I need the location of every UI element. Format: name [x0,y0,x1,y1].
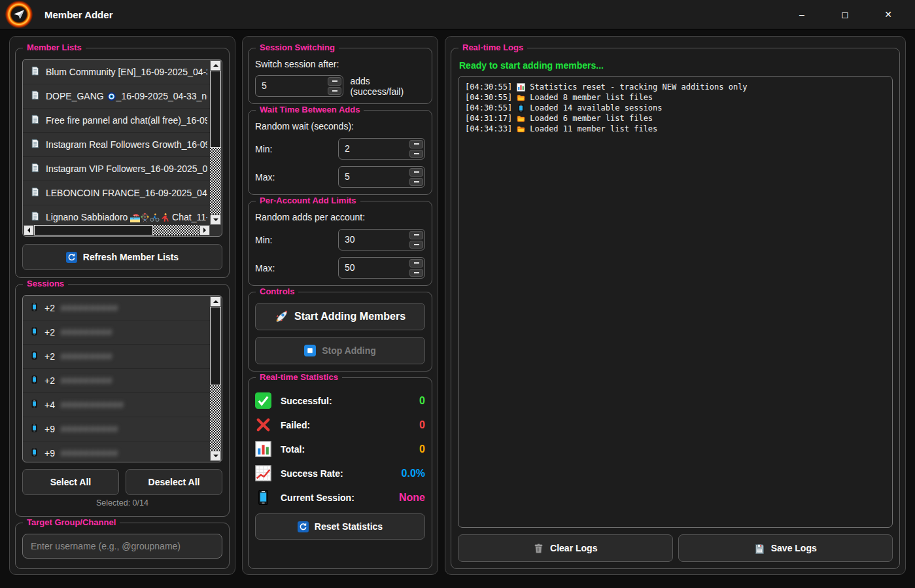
limits-max-spinner[interactable]: 50 [338,257,425,279]
member-list-item[interactable]: DOPE_GANG _16-09-2025_04-33_none.csv [23,84,210,109]
document-icon [30,186,40,199]
phone-icon [30,398,39,411]
log-timestamp: [04:30:55] [465,103,512,113]
random-adds-label: Random adds per account: [255,212,425,222]
spinner-up-button[interactable] [409,168,423,177]
limits-min-value[interactable]: 30 [339,230,408,250]
scroll-right-button[interactable] [199,225,210,235]
member-list-item[interactable]: Blum Community [EN]_16-09-2025_04-34_non… [23,60,210,84]
logs-status-text: Ready to start adding members... [459,60,893,71]
scrollbar-thumb[interactable] [210,307,221,385]
deselect-all-button[interactable]: Deselect All [126,469,222,495]
wait-max-value[interactable]: 5 [339,167,408,187]
stop-adding-button[interactable]: Stop Adding [255,337,425,364]
save-icon [754,543,765,554]
log-text: Loaded 14 available sessions [530,103,662,113]
logs-panel: Real-time Logs Ready to start adding mem… [445,36,906,575]
deselect-all-label: Deselect All [148,477,200,487]
clear-logs-button[interactable]: Clear Logs [458,534,673,562]
log-line: [04:30:55]Loaded 14 available sessions [465,103,886,113]
spinner-up-button[interactable] [409,140,423,148]
spinner-up-button[interactable] [409,231,423,239]
settings-panel: Session Switching Switch session after: … [242,36,438,575]
limits-min-spinner[interactable]: 30 [338,229,425,251]
session-item[interactable]: +2######### [23,369,210,393]
wait-max-label: Max: [255,172,338,182]
reset-statistics-label: Reset Statistics [315,521,383,532]
session-switching-title: Session Switching [256,43,339,52]
target-username-input[interactable] [22,534,222,559]
member-lists-horizontal-scrollbar[interactable] [24,225,210,235]
member-list-item-label: LEBONCOIN FRANCE_16-09-2025_04-32_none.c [46,188,207,198]
phone-icon [30,447,39,460]
spinner-down-button[interactable] [409,150,423,158]
limits-min-label: Min: [255,235,338,245]
minimize-button[interactable]: – [792,9,812,20]
member-list-item[interactable]: LEBONCOIN FRANCE_16-09-2025_04-32_none.c [23,181,210,205]
limits-max-label: Max: [255,263,338,273]
sessions-title: Sessions [23,279,68,288]
statistic-row: Successful:0 [255,392,425,409]
switch-after-label: Switch session after: [255,59,425,69]
maximize-button[interactable]: ◻ [835,9,855,20]
session-item[interactable]: +2########## [23,296,210,320]
log-output[interactable]: [04:30:55]Statistics reset - tracking NE… [458,76,893,528]
session-item[interactable]: +9########## [23,441,210,462]
spinner-down-button[interactable] [409,178,423,186]
limits-max-value[interactable]: 50 [339,258,408,278]
member-list-item-label: Blum Community [EN]_16-09-2025_04-34_non… [46,67,207,77]
log-timestamp: [04:31:17] [465,113,512,124]
session-item[interactable]: +4########### [23,393,210,417]
switch-after-value[interactable]: 5 [256,76,326,96]
scrollbar-track[interactable] [210,148,221,215]
left-panel: Member Lists Blum Community [EN]_16-09-2… [9,36,235,575]
select-all-button[interactable]: Select All [22,469,119,495]
scrollbar-thumb[interactable] [34,225,153,235]
wait-max-spinner[interactable]: 5 [338,166,425,188]
scroll-up-button[interactable] [210,60,221,71]
member-list-item[interactable]: Instagram Real Followers Growth_16-09-20… [23,133,210,157]
document-icon [30,162,40,175]
scrollbar-thumb[interactable] [210,71,221,148]
close-button[interactable]: ✕ [878,9,898,20]
session-item[interactable]: +2######### [23,320,210,345]
refresh-member-lists-button[interactable]: Refresh Member Lists [22,244,222,270]
member-list-item[interactable]: Instagram VIP Followers_16-09-2025_04-32… [23,157,210,181]
start-adding-button[interactable]: Start Adding Members [255,303,425,330]
statistic-value: 0 [419,395,425,407]
statistic-value: 0 [419,419,425,431]
statistic-label: Failed: [281,420,310,430]
statistic-value: 0 [419,443,425,455]
target-group: Target Group/Channel [15,523,230,569]
scrollbar-track[interactable] [210,385,221,451]
spinner-down-button[interactable] [409,269,423,277]
wait-min-spinner[interactable]: 2 [338,138,425,160]
switch-after-spinner[interactable]: 5 [255,75,343,97]
document-icon [30,90,40,103]
beach-icon [130,212,140,222]
member-list-item-label: Instagram VIP Followers_16-09-2025_04-32… [46,164,207,174]
scroll-left-button[interactable] [24,225,34,235]
spinner-down-button[interactable] [328,87,341,95]
scroll-up-button[interactable] [210,296,221,307]
member-list-item[interactable]: Lignano Sabbiadoro Chat_11-09-20 [23,205,210,225]
session-item[interactable]: +9########## [23,417,210,441]
member-list-item-label: Instagram Real Followers Growth_16-09-20… [46,139,207,150]
member-list-item[interactable]: Free fire pannel and chat(all free)_16-0… [23,109,210,133]
statistic-value: 0.0% [402,468,425,479]
scroll-down-button[interactable] [210,451,221,461]
statistic-row: Failed:0 [255,417,425,433]
spinner-up-button[interactable] [409,259,423,268]
session-item[interactable]: +2######### [23,345,210,369]
ferris-wheel-icon [140,212,150,222]
spinner-down-button[interactable] [409,241,423,249]
reset-statistics-button[interactable]: Reset Statistics [255,513,425,540]
scroll-down-button[interactable] [210,215,221,225]
spinner-up-button[interactable] [328,77,341,86]
member-lists-vertical-scrollbar[interactable] [210,60,221,225]
save-logs-button[interactable]: Save Logs [678,534,893,562]
sessions-vertical-scrollbar[interactable] [210,296,221,461]
wait-min-value[interactable]: 2 [339,139,408,159]
scrollbar-track[interactable] [153,225,199,235]
wait-time-group: Wait Time Between Adds Random wait (seco… [248,110,432,195]
